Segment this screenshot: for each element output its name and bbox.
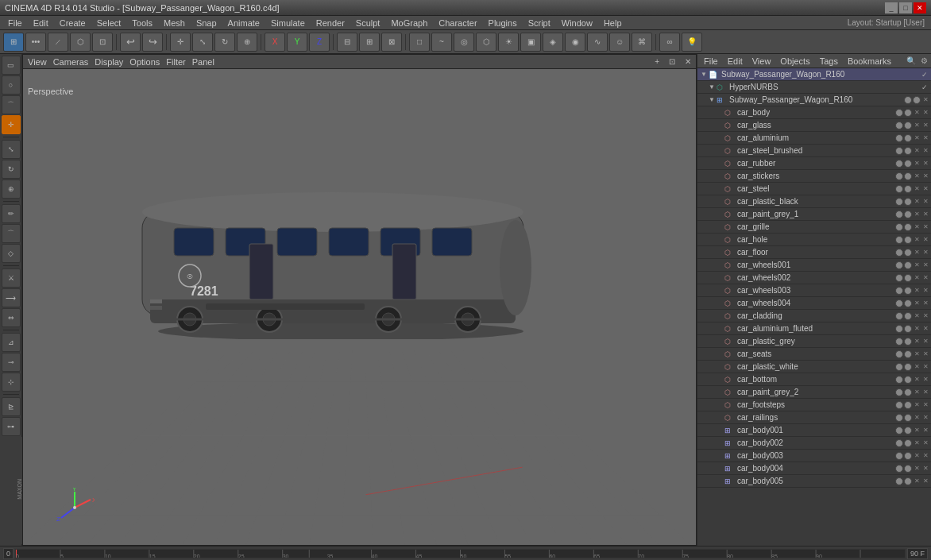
vp-menu-cameras[interactable]: Cameras (53, 57, 89, 67)
menu-window[interactable]: Window (557, 17, 597, 29)
tb-character[interactable]: ☺ (609, 33, 630, 52)
tree-car_stickers[interactable]: ⬡ car_stickers ✕✕ (697, 170, 931, 183)
lt-snap[interactable]: ⊶ (2, 417, 21, 436)
viewport[interactable]: View Cameras Display Options Filter Pane… (22, 54, 697, 546)
lt-knife[interactable]: ⚔ (2, 268, 21, 288)
tree-car_body002[interactable]: ⊞ car_body002 ✕✕ (697, 437, 931, 450)
tree-car_glass[interactable]: ⬡ car_glass ✕✕ (697, 119, 931, 132)
tree-car_wheels004[interactable]: ⬡ car_wheels004 ✕✕ (697, 297, 931, 310)
tree-car_cladding[interactable]: ⬡ car_cladding ✕✕ (697, 310, 931, 322)
tree-car_railings[interactable]: ⬡ car_railings ✕✕ (697, 411, 931, 424)
menu-select[interactable]: Select (92, 17, 126, 29)
menu-mograph[interactable]: MoGraph (386, 17, 432, 29)
rph-tab-objects[interactable]: Objects (777, 56, 813, 66)
menu-snap[interactable]: Snap (191, 17, 222, 29)
tb-render-view[interactable]: ⊞ (359, 33, 380, 52)
vp-menu-options[interactable]: Options (129, 57, 160, 67)
tree-car_floor[interactable]: ⬡ car_floor ✕✕ (697, 246, 931, 259)
ti-dot-1[interactable] (904, 96, 912, 104)
viewport-canvas[interactable]: Perspective (23, 69, 696, 545)
menu-render[interactable]: Render (311, 17, 350, 29)
tree-car_wheels001[interactable]: ⬡ car_wheels001 ✕✕ (697, 259, 931, 272)
maximize-button[interactable]: □ (899, 2, 912, 14)
tb-spline[interactable]: ~ (431, 33, 452, 52)
menu-sculpt[interactable]: Sculpt (351, 17, 385, 29)
menu-character[interactable]: Character (434, 17, 481, 29)
tb-move[interactable]: ✛ (170, 33, 191, 52)
menu-create[interactable]: Create (55, 17, 91, 29)
vp-menu-filter[interactable]: Filter (166, 57, 185, 67)
tree-car_plastic_black[interactable]: ⬡ car_plastic_black ✕✕ (697, 195, 931, 208)
lt-pen[interactable]: ✏ (2, 204, 21, 223)
tree-car_body003[interactable]: ⊞ car_body003 ✕✕ (697, 450, 931, 462)
tb-material[interactable]: ◉ (565, 33, 585, 52)
lt-mirror[interactable]: ⇔ (2, 308, 21, 327)
menu-edit[interactable]: Edit (29, 17, 53, 29)
tb-light[interactable]: ◈ (543, 33, 563, 52)
lt-magnet[interactable]: ⊿ (2, 333, 21, 352)
lt-measure[interactable]: ⊵ (2, 397, 21, 416)
tree-car_bottom[interactable]: ⬡ car_bottom ✕✕ (697, 373, 931, 386)
menu-simulate[interactable]: Simulate (266, 17, 310, 29)
close-button[interactable]: ✕ (914, 2, 926, 14)
menu-script[interactable]: Script (523, 17, 555, 29)
tb-scene[interactable]: ☀ (498, 33, 519, 52)
menu-help[interactable]: Help (599, 17, 627, 29)
tree-car_plastic_white[interactable]: ⬡ car_plastic_white ✕✕ (697, 361, 931, 373)
tree-car_hole[interactable]: ⬡ car_hole ✕✕ (697, 234, 931, 246)
lt-select-lasso[interactable]: ⌒ (2, 95, 21, 114)
lt-poly-pen[interactable]: ◇ (2, 244, 21, 263)
tb-nurbs[interactable]: ◎ (454, 33, 474, 52)
lt-bridge[interactable]: ⟶ (2, 288, 21, 307)
tree-car_aluminium_fluted[interactable]: ⬡ car_aluminium_fluted ✕✕ (697, 322, 931, 335)
tree-car_rubber[interactable]: ⬡ car_rubber ✕✕ (697, 157, 931, 170)
tree-car_steel_brushed[interactable]: ⬡ car_steel_brushed ✕✕ (697, 145, 931, 157)
tree-car_wheels002[interactable]: ⬡ car_wheels002 ✕✕ (697, 272, 931, 284)
lt-scale[interactable]: ⤡ (2, 140, 21, 159)
tb-undo[interactable]: ↩ (120, 33, 141, 52)
tree-car_body001[interactable]: ⊞ car_body001 ✕✕ (697, 424, 931, 437)
tree-model-root[interactable]: ▼ ⊞ Subway_Passanger_Wagon_R160 ✕ (697, 94, 931, 106)
tb-deform[interactable]: ⬡ (476, 33, 496, 52)
tree-car_paint_grey_2[interactable]: ⬡ car_paint_grey_2 ✕✕ (697, 386, 931, 399)
tree-car_wheels003[interactable]: ⬡ car_wheels003 ✕✕ (697, 284, 931, 297)
tree-car_paint_grey_1[interactable]: ⬡ car_paint_grey_1 ✕✕ (697, 208, 931, 221)
tb-infinity[interactable]: ∞ (659, 33, 680, 52)
tree-car_body[interactable]: ⬡ car_body ✕✕ (697, 106, 931, 119)
rph-search-icon[interactable]: 🔍 (906, 56, 916, 65)
vp-ctrl-expand[interactable]: + (655, 57, 659, 66)
rph-tab-view[interactable]: View (749, 56, 775, 66)
tb-points-mode[interactable]: ••• (25, 33, 46, 52)
tree-car_seats[interactable]: ⬡ car_seats ✕✕ (697, 348, 931, 361)
tb-redo[interactable]: ↪ (142, 33, 163, 52)
tree-car_footsteps[interactable]: ⬡ car_footsteps ✕✕ (697, 399, 931, 411)
tree-car_grille[interactable]: ⬡ car_grille ✕✕ (697, 221, 931, 234)
tb-render-all[interactable]: ⊠ (381, 33, 402, 52)
vp-menu-view[interactable]: View (28, 57, 47, 67)
tb-bulb[interactable]: 💡 (682, 33, 702, 52)
rph-tab-edit[interactable]: Edit (724, 56, 746, 66)
tb-edges-mode[interactable]: ⟋ (48, 33, 68, 52)
lt-rotate[interactable]: ↻ (2, 160, 21, 179)
tb-camera[interactable]: ▣ (520, 33, 541, 52)
lt-move[interactable]: ✛ (2, 115, 21, 134)
lt-paint[interactable]: ⊹ (2, 373, 21, 392)
tb-obj-create[interactable]: □ (409, 33, 430, 52)
menu-tools[interactable]: Tools (127, 17, 157, 29)
tb-environment[interactable]: ⌘ (632, 33, 652, 52)
lt-select-circle[interactable]: ○ (2, 75, 21, 95)
menu-file[interactable]: File (3, 17, 27, 29)
tb-model-mode[interactable]: ⊞ (3, 33, 24, 52)
lt-smooth[interactable]: ⊸ (2, 353, 21, 372)
rph-tab-tags[interactable]: Tags (817, 56, 841, 66)
lt-transform[interactable]: ⊕ (2, 180, 21, 199)
ti-x[interactable]: ✕ (921, 96, 929, 104)
rph-settings-icon[interactable]: ⚙ (921, 56, 928, 65)
lt-select-rect[interactable]: ▭ (2, 56, 21, 75)
vp-ctrl-restore[interactable]: ⊡ (669, 57, 675, 66)
tb-y-axis[interactable]: Y (287, 33, 307, 52)
tb-x-axis[interactable]: X (265, 33, 285, 52)
tl-track[interactable]: 0 5 10 15 20 25 30 35 40 45 50 55 60 65 … (15, 549, 906, 558)
tree-car_aluminium[interactable]: ⬡ car_aluminium ✕✕ (697, 132, 931, 145)
tb-uv-mode[interactable]: ⊡ (92, 33, 113, 52)
